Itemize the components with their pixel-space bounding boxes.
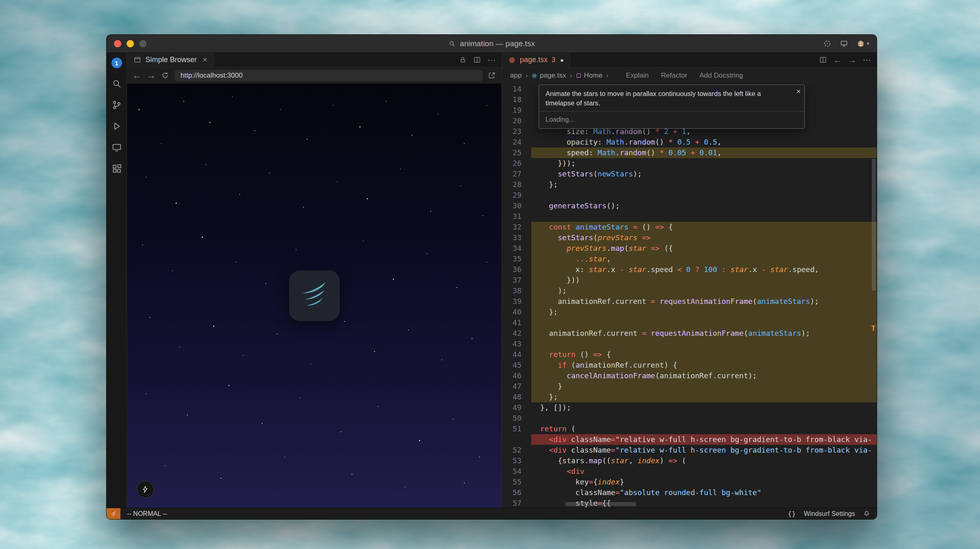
- url-input[interactable]: http://localhost:3000: [175, 70, 482, 81]
- back-icon[interactable]: ←: [133, 71, 141, 80]
- code-line[interactable]: 31: [502, 211, 877, 222]
- line-number[interactable]: 49: [502, 402, 531, 413]
- line-number[interactable]: 20: [502, 116, 531, 126]
- code-line[interactable]: 44 return () => {: [502, 349, 877, 360]
- horizontal-scrollbar[interactable]: [566, 502, 636, 506]
- code-line[interactable]: 48 };: [502, 392, 877, 402]
- code-line[interactable]: 43: [502, 339, 877, 349]
- code-line[interactable]: 51 return (: [502, 424, 877, 434]
- window-titlebar[interactable]: animation — page.tsx ▾: [107, 35, 877, 53]
- breadcrumb-page-tsx[interactable]: page.tsx: [531, 71, 566, 80]
- code-line[interactable]: 24 opacity: Math.random() * 0.5 + 0.5,: [502, 137, 877, 147]
- line-number[interactable]: 33: [502, 232, 531, 243]
- line-number[interactable]: 53: [502, 455, 531, 466]
- code-line[interactable]: 45 if (animationRef.current) {: [502, 360, 877, 370]
- forward-icon[interactable]: →: [147, 71, 156, 80]
- browser-viewport[interactable]: [127, 84, 501, 508]
- line-number[interactable]: 38: [502, 286, 531, 296]
- code-line[interactable]: 37 })): [502, 275, 877, 286]
- code-line[interactable]: 49 }, []);: [502, 402, 877, 413]
- nextjs-devtools-badge[interactable]: [137, 481, 154, 498]
- breadcrumb-home-symbol[interactable]: Home: [576, 71, 602, 80]
- line-number[interactable]: 27: [502, 169, 531, 179]
- line-number[interactable]: 28: [502, 179, 531, 190]
- line-number[interactable]: [502, 434, 531, 445]
- more-actions-icon[interactable]: ⋯: [488, 56, 496, 64]
- zoom-window-button[interactable]: [139, 40, 147, 47]
- line-number[interactable]: 37: [502, 275, 531, 286]
- lock-icon[interactable]: [459, 56, 467, 64]
- code-line[interactable]: 50: [502, 413, 877, 424]
- code-line[interactable]: 46 cancelAnimationFrame(animationRef.cur…: [502, 370, 877, 381]
- line-number[interactable]: 47: [502, 381, 531, 392]
- code-line[interactable]: 57 style={{: [502, 498, 877, 508]
- code-line[interactable]: 35 ...star,: [502, 254, 877, 264]
- codelens-add-docstring[interactable]: Add Docstring: [699, 71, 743, 80]
- line-number[interactable]: 57: [502, 498, 531, 508]
- windsurf-status-badge[interactable]: [107, 508, 120, 519]
- tab-simple-browser[interactable]: Simple Browser ×: [127, 53, 214, 67]
- minimize-window-button[interactable]: [127, 40, 134, 47]
- line-number[interactable]: 48: [502, 392, 531, 402]
- close-icon[interactable]: ×: [796, 86, 801, 97]
- command-center[interactable]: animation — page.tsx: [448, 39, 535, 48]
- line-number[interactable]: 29: [502, 190, 531, 201]
- line-number[interactable]: 30: [502, 201, 531, 211]
- line-number[interactable]: 41: [502, 317, 531, 328]
- code-line[interactable]: 39 animationRef.current = requestAnimati…: [502, 296, 877, 307]
- line-number[interactable]: 35: [502, 254, 531, 264]
- line-number[interactable]: 24: [502, 137, 531, 147]
- screen-share-icon[interactable]: [840, 40, 849, 48]
- line-number[interactable]: 23: [502, 126, 531, 137]
- code-line[interactable]: 55 key={index}: [502, 477, 877, 487]
- codelens-explain[interactable]: Explain: [626, 71, 649, 80]
- breadcrumb-app[interactable]: app: [510, 71, 521, 80]
- code-line[interactable]: 25 speed: Math.random() * 0.05 + 0.01,: [502, 147, 877, 158]
- code-line[interactable]: 38 );: [502, 286, 877, 296]
- run-debug-icon[interactable]: [111, 121, 122, 132]
- line-number[interactable]: 34: [502, 243, 531, 254]
- line-number[interactable]: 31: [502, 211, 531, 222]
- code-line[interactable]: 47 }: [502, 381, 877, 392]
- line-number[interactable]: 26: [502, 158, 531, 169]
- reload-icon[interactable]: [161, 71, 169, 79]
- code-line[interactable]: 56 className="absolute rounded-full bg-w…: [502, 487, 877, 498]
- split-editor-icon[interactable]: [473, 56, 481, 64]
- line-number[interactable]: 40: [502, 307, 531, 317]
- line-number[interactable]: 44: [502, 349, 531, 360]
- code-line[interactable]: 27 setStars(newStars);: [502, 169, 877, 179]
- line-number[interactable]: 46: [502, 370, 531, 381]
- tab-page-tsx[interactable]: page.tsx 3 ●: [502, 53, 570, 67]
- line-number[interactable]: 56: [502, 487, 531, 498]
- split-editor-icon[interactable]: [819, 56, 827, 64]
- code-line[interactable]: <div className="relative w-full h-screen…: [502, 434, 877, 445]
- extensions-icon[interactable]: [111, 163, 122, 174]
- code-line[interactable]: 41: [502, 317, 877, 328]
- line-number[interactable]: 36: [502, 264, 531, 275]
- code-line[interactable]: 54 <div: [502, 466, 877, 477]
- line-number[interactable]: 18: [502, 94, 531, 105]
- code-line[interactable]: 36 x: star.x - star.speed < 0 ? 100 : st…: [502, 264, 877, 275]
- close-window-button[interactable]: [114, 40, 121, 47]
- navigate-back-icon[interactable]: ←: [833, 56, 842, 64]
- vertical-scrollbar[interactable]: [872, 159, 876, 290]
- line-number[interactable]: 54: [502, 466, 531, 477]
- codelens-refactor[interactable]: Refactor: [661, 71, 687, 80]
- code-editor[interactable]: 1418192023 size: Math.random() * 2 + 1,2…: [502, 84, 877, 508]
- inline-ai-prompt[interactable]: Animate the stars to move in parallax co…: [539, 85, 805, 129]
- code-line[interactable]: 26 }));: [502, 158, 877, 169]
- windsurf-settings-button[interactable]: Windsurf Settings: [804, 510, 855, 518]
- line-number[interactable]: 42: [502, 328, 531, 339]
- code-line[interactable]: 53 {stars.map((star, index) => (: [502, 455, 877, 466]
- code-line[interactable]: 40 };: [502, 307, 877, 317]
- code-line[interactable]: 33 setStars(prevStars =>: [502, 232, 877, 243]
- close-tab-icon[interactable]: ×: [203, 55, 207, 65]
- code-line[interactable]: 34 prevStars.map(star => ({: [502, 243, 877, 254]
- line-number[interactable]: 52: [502, 445, 531, 455]
- search-activity-icon[interactable]: [111, 78, 122, 89]
- open-external-icon[interactable]: [488, 71, 496, 79]
- navigate-forward-icon[interactable]: →: [848, 56, 856, 64]
- braces-icon[interactable]: {}: [788, 510, 795, 518]
- source-control-icon[interactable]: [111, 99, 122, 111]
- line-number[interactable]: 32: [502, 222, 531, 232]
